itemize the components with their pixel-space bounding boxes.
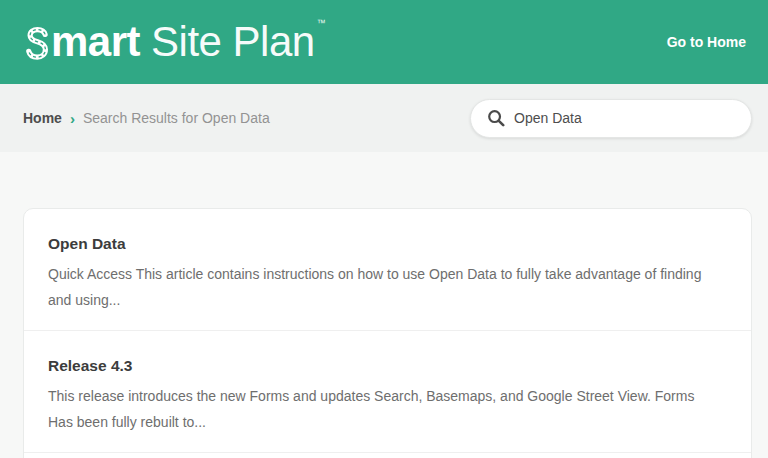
search-box: [470, 99, 752, 138]
go-home-link[interactable]: Go to Home: [667, 34, 746, 50]
breadcrumb-bar: Home › Search Results for Open Data: [0, 84, 768, 152]
breadcrumb-current: Search Results for Open Data: [83, 110, 270, 126]
chevron-right-icon: ›: [70, 110, 75, 127]
search-result-item[interactable]: Release 4.3 This release introduces the …: [24, 331, 751, 453]
trademark-symbol: ™: [317, 19, 326, 28]
result-excerpt: This release introduces the new Forms an…: [48, 383, 708, 435]
results-area: Open Data Quick Access This article cont…: [0, 152, 768, 458]
brand-logo[interactable]: mart Site Plan ™: [24, 21, 325, 63]
search-results-card: Open Data Quick Access This article cont…: [23, 208, 752, 458]
brand-s-icon: [24, 27, 51, 60]
result-excerpt: Quick Access This article contains instr…: [48, 261, 708, 313]
brand-name-light: Site Plan: [151, 21, 315, 63]
brand-name-bold: mart: [51, 21, 140, 63]
breadcrumb: Home › Search Results for Open Data: [23, 110, 270, 127]
app-header: mart Site Plan ™ Go to Home: [0, 0, 768, 84]
result-title: Release 4.3: [48, 356, 727, 375]
search-icon: [487, 109, 505, 127]
search-result-item[interactable]: Open Data Quick Access This article cont…: [24, 209, 751, 331]
result-title: Open Data: [48, 234, 727, 253]
search-input[interactable]: [514, 110, 737, 126]
breadcrumb-home-link[interactable]: Home: [23, 110, 62, 126]
